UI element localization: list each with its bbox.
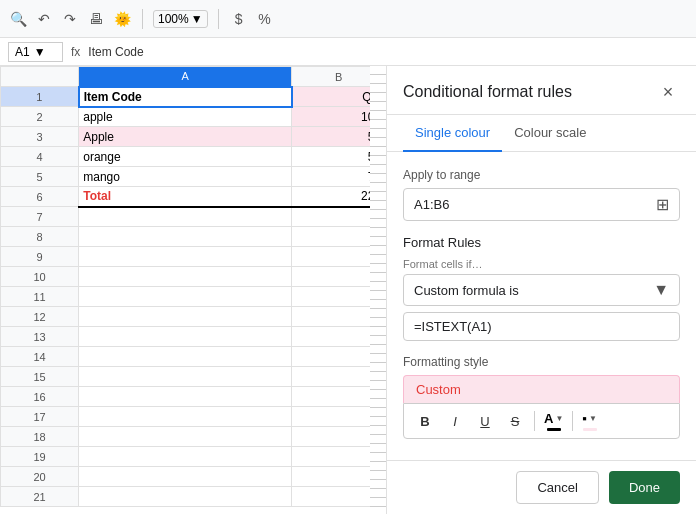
dropdown-arrow-icon: ▼ bbox=[653, 281, 669, 299]
range-input-row[interactable]: A1:B6 ⊞ bbox=[403, 188, 680, 221]
row-number: 8 bbox=[1, 227, 79, 247]
fill-color-btn[interactable]: ▪ ▼ bbox=[579, 409, 600, 433]
cell-a6[interactable]: Total bbox=[79, 187, 292, 207]
row-number: 7 bbox=[1, 207, 79, 227]
table-row: 15 bbox=[1, 367, 386, 387]
row-number: 14 bbox=[1, 347, 79, 367]
format-rules-section: Format Rules Format cells if… Custom for… bbox=[403, 235, 680, 341]
panel-tabs: Single colour Colour scale bbox=[387, 115, 696, 152]
cell-a18[interactable] bbox=[79, 427, 292, 447]
cell-a10[interactable] bbox=[79, 267, 292, 287]
undo-icon[interactable]: ↶ bbox=[34, 9, 54, 29]
format-cells-label: Format cells if… bbox=[403, 258, 680, 270]
tab-colour-scale[interactable]: Colour scale bbox=[502, 115, 598, 152]
cell-a13[interactable] bbox=[79, 327, 292, 347]
cell-a17[interactable] bbox=[79, 407, 292, 427]
sheet-table: A B 1Item CodeQty2apple1003Apple504orang… bbox=[0, 66, 386, 507]
row-number: 5 bbox=[1, 167, 79, 187]
cell-a2[interactable]: apple bbox=[79, 107, 292, 127]
formatting-style-label: Formatting style bbox=[403, 355, 680, 369]
table-row: 14 bbox=[1, 347, 386, 367]
row-number: 2 bbox=[1, 107, 79, 127]
row-number: 4 bbox=[1, 147, 79, 167]
cell-a14[interactable] bbox=[79, 347, 292, 367]
underline-btn[interactable]: U bbox=[472, 408, 498, 434]
formula-fx-icon: fx bbox=[71, 45, 80, 59]
formula-bar: A1 ▼ fx Item Code bbox=[0, 38, 696, 66]
row-number: 6 bbox=[1, 187, 79, 207]
cell-a9[interactable] bbox=[79, 247, 292, 267]
cell-ref-arrow-icon: ▼ bbox=[34, 45, 46, 59]
format-condition-dropdown[interactable]: Custom formula is ▼ bbox=[403, 274, 680, 306]
cancel-button[interactable]: Cancel bbox=[516, 471, 598, 504]
done-button[interactable]: Done bbox=[609, 471, 680, 504]
row-number: 21 bbox=[1, 487, 79, 507]
table-row: 16 bbox=[1, 387, 386, 407]
cell-a1[interactable]: Item Code bbox=[79, 87, 292, 107]
fill-color-indicator bbox=[583, 428, 597, 431]
row-number: 18 bbox=[1, 427, 79, 447]
cell-a8[interactable] bbox=[79, 227, 292, 247]
cell-a19[interactable] bbox=[79, 447, 292, 467]
tab-single-colour[interactable]: Single colour bbox=[403, 115, 502, 152]
cell-a16[interactable] bbox=[79, 387, 292, 407]
close-button[interactable]: × bbox=[656, 80, 680, 104]
col-header-a[interactable]: A bbox=[79, 67, 292, 87]
grid-select-icon[interactable]: ⊞ bbox=[656, 195, 669, 214]
range-value: A1:B6 bbox=[414, 197, 449, 212]
table-row: 9 bbox=[1, 247, 386, 267]
style-toolbar: B I U S A ▼ bbox=[403, 403, 680, 439]
fill-color-bucket-icon: ▪ bbox=[582, 411, 587, 426]
style-separator2 bbox=[572, 411, 573, 431]
cell-a20[interactable] bbox=[79, 467, 292, 487]
cell-a3[interactable]: Apple bbox=[79, 127, 292, 147]
formula-input-field[interactable]: =ISTEXT(A1) bbox=[403, 312, 680, 341]
table-row: 18 bbox=[1, 427, 386, 447]
row-number: 12 bbox=[1, 307, 79, 327]
row-number: 16 bbox=[1, 387, 79, 407]
separator2 bbox=[218, 9, 219, 29]
formatting-style-section: Formatting style Custom B I U S A ▼ bbox=[403, 355, 680, 439]
cell-a7[interactable] bbox=[79, 207, 292, 227]
cell-reference-box[interactable]: A1 ▼ bbox=[8, 42, 63, 62]
apply-to-range-label: Apply to range bbox=[403, 168, 680, 182]
row-number: 17 bbox=[1, 407, 79, 427]
dollar-icon[interactable]: $ bbox=[229, 9, 249, 29]
row-number: 20 bbox=[1, 467, 79, 487]
panel-footer: Cancel Done bbox=[387, 460, 696, 514]
cell-a21[interactable] bbox=[79, 487, 292, 507]
text-color-btn[interactable]: A ▼ bbox=[541, 409, 566, 433]
paint-format-icon[interactable]: 🌞 bbox=[112, 9, 132, 29]
table-row: 13 bbox=[1, 327, 386, 347]
table-row: 11 bbox=[1, 287, 386, 307]
table-row: 12 bbox=[1, 307, 386, 327]
table-row: 6Total225 bbox=[1, 187, 386, 207]
conditional-format-panel: Conditional format rules × Single colour… bbox=[386, 66, 696, 514]
zoom-arrow-icon: ▼ bbox=[191, 12, 203, 26]
bold-btn[interactable]: B bbox=[412, 408, 438, 434]
spreadsheet: A B 1Item CodeQty2apple1003Apple504orang… bbox=[0, 66, 386, 514]
row-number: 9 bbox=[1, 247, 79, 267]
zoom-dropdown[interactable]: 100% ▼ bbox=[153, 10, 208, 28]
redo-icon[interactable]: ↷ bbox=[60, 9, 80, 29]
text-color-arrow-icon: ▼ bbox=[555, 414, 563, 423]
strikethrough-btn[interactable]: S bbox=[502, 408, 528, 434]
cell-a11[interactable] bbox=[79, 287, 292, 307]
cell-a12[interactable] bbox=[79, 307, 292, 327]
text-color-a-icon: A bbox=[544, 411, 553, 426]
search-icon[interactable]: 🔍 bbox=[8, 9, 28, 29]
print-icon[interactable]: 🖶 bbox=[86, 9, 106, 29]
zoom-value: 100% bbox=[158, 12, 189, 26]
panel-body: Apply to range A1:B6 ⊞ Format Rules Form… bbox=[387, 152, 696, 455]
cell-a5[interactable]: mango bbox=[79, 167, 292, 187]
table-row: 4orange50 bbox=[1, 147, 386, 167]
table-row: 3Apple50 bbox=[1, 127, 386, 147]
format-rules-title: Format Rules bbox=[403, 235, 680, 250]
cell-a15[interactable] bbox=[79, 367, 292, 387]
row-number: 15 bbox=[1, 367, 79, 387]
cell-a4[interactable]: orange bbox=[79, 147, 292, 167]
table-row: 21 bbox=[1, 487, 386, 507]
percent-icon[interactable]: % bbox=[255, 9, 275, 29]
fill-color-arrow-icon: ▼ bbox=[589, 414, 597, 423]
italic-btn[interactable]: I bbox=[442, 408, 468, 434]
